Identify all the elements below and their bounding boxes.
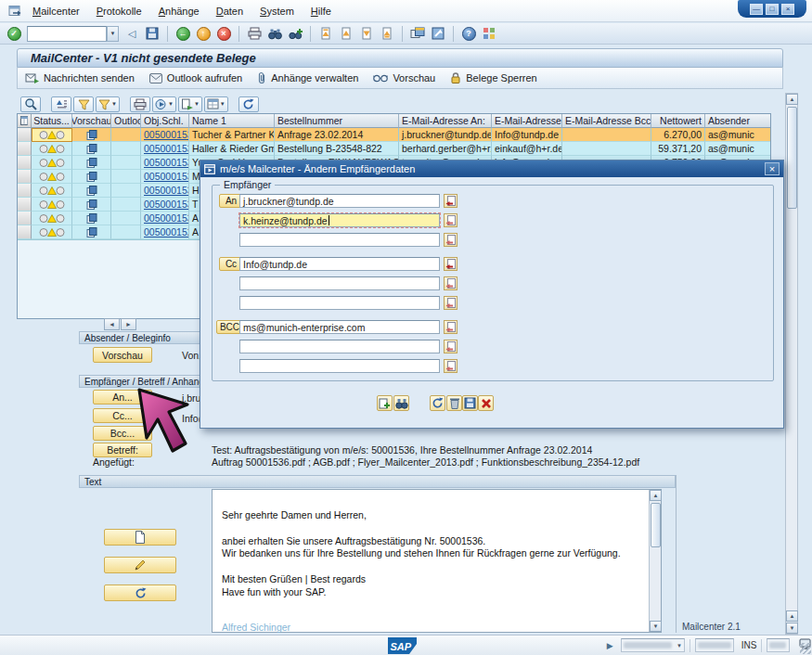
sort-ascending-button[interactable] (51, 96, 71, 112)
help-icon[interactable]: ? (459, 24, 478, 43)
system-field[interactable]: ▼ (621, 638, 685, 652)
row-selector[interactable] (18, 142, 32, 156)
row-selector[interactable] (18, 212, 32, 225)
create-shortcut-icon[interactable] (429, 24, 447, 43)
objkey-link[interactable]: 0050001533 (144, 171, 189, 182)
objkey-cell[interactable]: 0050001531 (141, 198, 189, 212)
last-page-icon[interactable] (378, 24, 396, 43)
objkey-cell[interactable]: 0050001533 (141, 170, 189, 184)
refresh-button[interactable] (430, 395, 445, 411)
order-cell[interactable]: Anfrage 23.02.2014 (275, 128, 399, 142)
col-header-email-cc[interactable]: E-Mail-Adresse Cc: (492, 114, 562, 128)
insert-mode-indicator[interactable]: INS (741, 640, 757, 650)
page-scroll-up-icon[interactable]: ▲ (786, 94, 798, 105)
preview-cell[interactable] (72, 225, 111, 239)
address-lookup-icon[interactable] (444, 296, 458, 310)
address-lookup-icon[interactable] (444, 233, 458, 247)
email-cc-cell[interactable]: Info@tundp.de (492, 128, 562, 142)
email-body-textarea[interactable]: Sehr geehrte Damen und Herren, anbei erh… (212, 489, 662, 633)
row-selector[interactable] (18, 170, 32, 184)
table-row[interactable]: 0050001536 Tucher & Partner KG Anfrage 2… (18, 128, 770, 142)
lock-documents-button[interactable]: Belege Sperren (450, 71, 536, 84)
cc-field-3[interactable] (239, 296, 440, 310)
objkey-link[interactable]: 0050001529 (144, 226, 189, 238)
col-header-objkey[interactable]: Obj.Schl. (141, 114, 189, 128)
filter-button[interactable] (73, 96, 94, 112)
export-button[interactable]: ▼ (152, 96, 176, 112)
sender-cell[interactable]: as@munic (705, 142, 770, 156)
objkey-link[interactable]: 0050001536 (144, 129, 189, 140)
order-cell[interactable]: Bestellung B-23548-822 (275, 142, 399, 156)
save-button[interactable] (462, 395, 478, 411)
col-header-bestellnummer[interactable]: Bestellnummer (275, 114, 399, 128)
outlook-cell[interactable] (111, 225, 141, 239)
minimize-button[interactable]: — (750, 4, 763, 15)
objkey-link[interactable]: 0050001531 (144, 199, 189, 210)
command-history-dropdown-icon[interactable]: ▼ (107, 26, 119, 42)
find-next-icon[interactable] (286, 24, 304, 43)
page-up-icon[interactable]: ▲ (786, 610, 798, 622)
previous-page-icon[interactable] (337, 24, 355, 43)
address-lookup-icon[interactable] (444, 320, 458, 334)
net-cell[interactable]: 59.371,20 (651, 142, 705, 156)
reload-text-button[interactable] (104, 584, 176, 601)
scroll-down-icon[interactable]: ▼ (650, 621, 662, 632)
preview-cell[interactable] (72, 198, 111, 212)
outlook-cell[interactable] (111, 128, 141, 142)
email-bcc-cell[interactable] (562, 142, 651, 156)
refresh-button[interactable] (238, 96, 259, 112)
row-selector[interactable] (18, 225, 32, 239)
outlook-cell[interactable] (111, 198, 141, 212)
choose-layout-button[interactable]: ▼ (204, 96, 228, 112)
objkey-link[interactable]: 0050001535 (144, 143, 189, 154)
maximize-button[interactable]: □ (766, 4, 779, 15)
address-lookup-icon[interactable] (444, 213, 458, 227)
row-selector[interactable] (18, 198, 32, 212)
system-dropdown-icon[interactable]: ▼ (677, 643, 682, 649)
email-bcc-cell[interactable] (562, 128, 651, 142)
objkey-cell[interactable]: 0050001530 (141, 212, 189, 225)
back-button[interactable]: ← (174, 24, 192, 43)
status-cell[interactable] (32, 142, 72, 156)
menu-system[interactable]: System (251, 3, 303, 19)
search-button[interactable] (393, 395, 409, 411)
open-outlook-button[interactable]: Outlook aufrufen (149, 72, 242, 83)
find-icon[interactable] (265, 24, 284, 43)
exit-button[interactable]: ↑ (194, 24, 213, 43)
col-header-status[interactable]: Status... (32, 114, 72, 128)
preview-cell[interactable] (72, 142, 111, 156)
name-cell[interactable]: Haller & Rieder GmbH (189, 142, 275, 156)
sender-cell[interactable]: as@munic (705, 128, 770, 142)
preview-cell[interactable] (72, 156, 111, 170)
preview-cell[interactable] (72, 128, 111, 142)
an-field-3[interactable] (239, 233, 440, 247)
select-all-cell[interactable] (18, 114, 32, 128)
system-menu-icon[interactable] (6, 2, 24, 20)
objkey-cell[interactable]: 0050001536 (141, 128, 189, 142)
an-field-1[interactable]: j.bruckner@tundp.de (239, 194, 440, 208)
bcc-field-3[interactable] (239, 359, 440, 373)
table-row[interactable]: 0050001535 Haller & Rieder GmbH Bestellu… (18, 142, 770, 156)
menu-mailcenter[interactable]: Mailcenter (24, 3, 88, 19)
row-selector[interactable] (18, 184, 32, 198)
manage-attachments-button[interactable]: Anhänge verwalten (257, 71, 358, 84)
scroll-right-button[interactable]: ► (121, 318, 136, 330)
close-button[interactable]: × (781, 4, 794, 15)
preview-cell[interactable] (72, 212, 111, 225)
message-expand-icon[interactable]: ▶ (607, 641, 613, 650)
text-section-header[interactable]: Text (79, 475, 676, 488)
col-header-vorschau[interactable]: Vorschau (72, 114, 111, 128)
email-an-cell[interactable]: berhard.gerber@h+r.de (399, 142, 492, 156)
address-lookup-icon[interactable] (444, 340, 458, 353)
outlook-cell[interactable] (111, 142, 141, 156)
menu-protokolle[interactable]: Protokolle (88, 3, 150, 19)
status-cell[interactable] (32, 225, 72, 239)
preview-cell[interactable] (72, 184, 111, 198)
menu-hilfe[interactable]: Hilfe (303, 3, 340, 19)
new-text-button[interactable] (104, 529, 176, 546)
outlook-cell[interactable] (111, 170, 141, 184)
dialog-titlebar[interactable]: m/e/s Mailcenter - Ändern Empfängerdaten… (200, 161, 783, 177)
window-resize-grip[interactable] (800, 643, 811, 654)
page-scrollbar-thumb[interactable] (787, 107, 797, 209)
status-cell[interactable] (32, 184, 72, 198)
